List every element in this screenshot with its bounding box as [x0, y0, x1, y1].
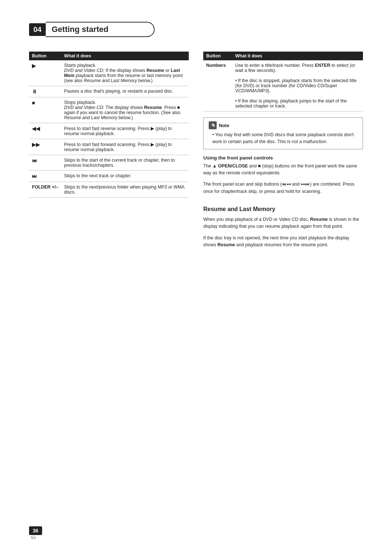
table-row: ⏮ Skips to the start of the current trac…	[29, 155, 189, 171]
table-row: ▶ Starts playback. DVD and Video CD: If …	[29, 60, 189, 86]
desc-cell: Skips to the next track or chapter.	[61, 171, 189, 182]
table-row: ⏭ Skips to the next track or chapter.	[29, 171, 189, 182]
right-column: Button What it does Numbers Use to enter…	[203, 52, 363, 253]
left-table: Button What it does ▶ Starts playback. D…	[29, 52, 189, 198]
resume-title: Resume and Last Memory	[203, 206, 363, 212]
desc-cell: Skips to the next/previous folder when p…	[61, 182, 189, 198]
button-cell: ▶▶	[29, 139, 61, 155]
table-row: FOLDER +/– Skips to the next/previous fo…	[29, 182, 189, 198]
desc-cell: Stops playback. DVD and Video CD: The di…	[61, 97, 189, 123]
resume-para-1: When you stop playback of a DVD or Video…	[203, 216, 363, 230]
chapter-number: 04	[29, 23, 46, 36]
desc-cell: Pauses a disc that's playing, or restart…	[61, 86, 189, 97]
main-content: Button What it does ▶ Starts playback. D…	[29, 52, 363, 253]
button-cell: ⏮	[29, 155, 61, 171]
page-number: 36	[29, 526, 42, 535]
right-table: Button What it does Numbers Use to enter…	[203, 52, 363, 112]
left-column: Button What it does ▶ Starts playback. D…	[29, 52, 189, 253]
button-cell: ◀◀	[29, 123, 61, 139]
note-icon: ✎	[209, 121, 217, 129]
right-table-header-button: Button	[203, 52, 232, 60]
front-panel-section: Using the front panel controls The ▲ OPE…	[203, 155, 363, 195]
button-cell: ⏭	[29, 171, 61, 182]
page: 04 Getting started Button What it does ▶	[0, 0, 392, 555]
desc-cell: Skips to the start of the current track …	[61, 155, 189, 171]
desc-cell: Use to enter a title/track number. Press…	[232, 60, 363, 112]
note-header: ✎ Note	[209, 121, 358, 129]
chapter-title: Getting started	[46, 22, 155, 37]
note-item: You may find with some DVD discs that so…	[212, 131, 358, 145]
front-panel-para-2: The front panel scan and skip buttons (⏮…	[203, 181, 363, 195]
table-row: ◀◀ Press to start fast reverse scanning.…	[29, 123, 189, 139]
button-cell: Numbers	[203, 60, 232, 112]
front-panel-title: Using the front panel controls	[203, 155, 363, 161]
table-row: ▶▶ Press to start fast forward scanning.…	[29, 139, 189, 155]
button-cell: ■	[29, 97, 61, 123]
resume-para-2: If the disc tray is not opened, the next…	[203, 235, 363, 249]
left-table-header-what: What it does	[61, 52, 189, 60]
table-row: Numbers Use to enter a title/track numbe…	[203, 60, 363, 112]
right-table-header-what: What it does	[232, 52, 363, 60]
button-cell: FOLDER +/–	[29, 182, 61, 198]
left-table-header-button: Button	[29, 52, 61, 60]
chapter-heading: 04 Getting started	[29, 22, 363, 37]
desc-cell: Starts playback. DVD and Video CD: If th…	[61, 60, 189, 86]
desc-cell: Press to start fast forward scanning. Pr…	[61, 139, 189, 155]
desc-cell: Press to start fast reverse scanning. Pr…	[61, 123, 189, 139]
button-cell: ⏸	[29, 86, 61, 97]
note-label: Note	[219, 123, 229, 128]
note-content: You may find with some DVD discs that so…	[209, 131, 358, 145]
resume-section: Resume and Last Memory When you stop pla…	[203, 206, 363, 249]
front-panel-para-1: The ▲ OPEN/CLOSE and ■ (stop) buttons on…	[203, 163, 363, 177]
table-row: ⏸ Pauses a disc that's playing, or resta…	[29, 86, 189, 97]
page-lang: En	[31, 535, 36, 540]
note-box: ✎ Note You may find with some DVD discs …	[203, 117, 363, 149]
button-cell: ▶	[29, 60, 61, 86]
table-row: ■ Stops playback. DVD and Video CD: The …	[29, 97, 189, 123]
